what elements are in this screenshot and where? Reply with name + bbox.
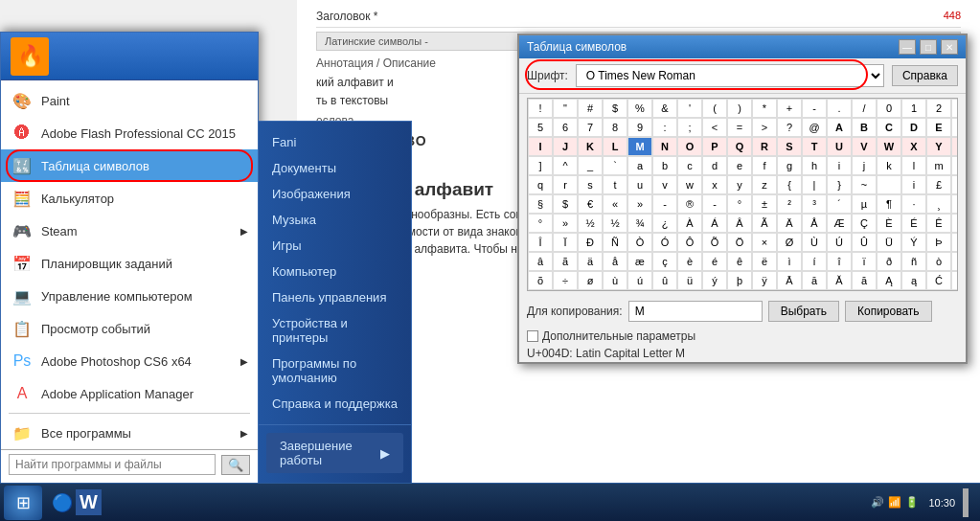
char-cell[interactable]: ý [702, 271, 727, 290]
char-cell[interactable]: Ö [727, 233, 752, 252]
char-cell[interactable]: $ [553, 194, 578, 214]
char-cell[interactable]: Ê [926, 214, 951, 233]
char-cell[interactable]: µ [852, 194, 877, 214]
char-cell[interactable]: X [901, 137, 926, 156]
char-cell[interactable]: ï [852, 252, 877, 271]
char-cell[interactable]: æ [627, 252, 652, 271]
char-cell[interactable]: < [702, 118, 727, 137]
char-cell[interactable]: W [877, 137, 901, 156]
char-cell[interactable]: L [603, 137, 627, 156]
menu-item-flash[interactable]: 🅐 Adobe Flash Professional CC 2015 [1, 117, 258, 149]
char-cell[interactable]: € [578, 194, 603, 214]
char-cell[interactable]: £ [926, 175, 951, 194]
menu-item-adobe-mgr[interactable]: A Adobe Application Manager [1, 377, 258, 410]
char-cell[interactable]: Þ [926, 233, 951, 252]
char-cell[interactable]: ~ [852, 175, 877, 194]
char-cell[interactable]: õ [528, 271, 553, 290]
char-cell[interactable]: Q [727, 137, 752, 156]
char-cell[interactable]: K [578, 137, 603, 156]
char-cell[interactable]: û [652, 271, 677, 290]
char-cell[interactable]: î [827, 252, 852, 271]
char-cell[interactable]: Ç [852, 214, 877, 233]
copy-button[interactable]: Копировать [845, 301, 932, 322]
char-cell[interactable]: Ð [578, 233, 603, 252]
char-cell[interactable]: N [652, 137, 677, 156]
char-cell[interactable]: ¹ [951, 194, 958, 214]
char-cell[interactable]: } [827, 175, 852, 194]
char-cell[interactable]: D [901, 118, 926, 137]
char-cell[interactable]: c [677, 156, 702, 175]
char-cell[interactable]: ê [727, 252, 752, 271]
char-cell[interactable]: k [877, 156, 901, 175]
char-cell[interactable]: m [926, 156, 951, 175]
char-cell[interactable]: Ý [901, 233, 926, 252]
char-cell[interactable]: ÿ [752, 271, 777, 290]
char-cell[interactable]: » [627, 194, 652, 214]
maximize-button[interactable]: □ [920, 39, 937, 55]
char-cell[interactable]: # [578, 99, 603, 118]
char-cell[interactable]: O [677, 137, 702, 156]
char-cell[interactable]: x [702, 175, 727, 194]
char-cell[interactable]: ì [777, 252, 802, 271]
char-cell[interactable]: r [553, 175, 578, 194]
char-cell[interactable]: / [852, 99, 877, 118]
char-cell[interactable]: g [777, 156, 802, 175]
char-cell[interactable]: ć [951, 271, 958, 290]
char-cell[interactable]: " [553, 99, 578, 118]
char-cell[interactable]: ` [603, 156, 627, 175]
char-cell[interactable]: ã [553, 252, 578, 271]
char-cell[interactable]: ( [702, 99, 727, 118]
char-cell[interactable]: Ë [951, 214, 958, 233]
char-cell[interactable]: Ú [827, 233, 852, 252]
menu-item-computer-management[interactable]: 💻 Управление компьютером [1, 280, 258, 312]
char-cell[interactable]: ø [578, 271, 603, 290]
char-cell[interactable]: % [627, 99, 652, 118]
char-cell[interactable]: t [603, 175, 627, 194]
char-cell[interactable]: þ [727, 271, 752, 290]
char-cell[interactable]: ¿ [652, 214, 677, 233]
char-cell[interactable]: . [827, 99, 852, 118]
char-cell[interactable]: Ä [777, 214, 802, 233]
right-item-fani[interactable]: Fani [259, 129, 411, 155]
char-cell[interactable]: a [627, 156, 652, 175]
right-item-control-panel[interactable]: Панель управления [259, 284, 411, 310]
char-cell[interactable]: ñ [901, 252, 926, 271]
menu-item-scheduler[interactable]: 📅 Планировщик заданий [1, 247, 258, 280]
char-cell[interactable]: ą [901, 271, 926, 290]
search-input[interactable] [9, 454, 216, 475]
char-cell[interactable]: ü [677, 271, 702, 290]
char-cell[interactable]: F [951, 118, 958, 137]
char-cell[interactable]: _ [578, 156, 603, 175]
char-cell[interactable]: e [727, 156, 752, 175]
char-cell[interactable]: Å [802, 214, 827, 233]
char-cell[interactable]: Ã [752, 214, 777, 233]
char-cell[interactable]: j [852, 156, 877, 175]
char-cell[interactable]: Y [926, 137, 951, 156]
char-cell[interactable]: § [528, 194, 553, 214]
char-cell[interactable]: ) [727, 99, 752, 118]
char-cell[interactable]: q [528, 175, 553, 194]
char-cell[interactable]: ½ [603, 214, 627, 233]
char-cell[interactable]: - [802, 99, 827, 118]
right-item-devices[interactable]: Устройства и принтеры [259, 310, 411, 351]
char-cell[interactable]: - [702, 194, 727, 214]
char-cell[interactable]: | [802, 175, 827, 194]
menu-item-charmap[interactable]: 🔣 Таблица символов [1, 149, 258, 182]
char-cell[interactable]: ? [777, 118, 802, 137]
char-cell[interactable]: è [677, 252, 702, 271]
char-cell[interactable]: ½ [578, 214, 603, 233]
char-cell[interactable]: Á [702, 214, 727, 233]
right-item-shutdown[interactable]: Завершение работы ▶ [266, 433, 403, 473]
char-cell[interactable]: A [827, 118, 852, 137]
char-cell[interactable]: ú [627, 271, 652, 290]
char-cell[interactable]: 3 [951, 99, 958, 118]
char-cell[interactable]: ç [652, 252, 677, 271]
char-cell[interactable]: Ó [652, 233, 677, 252]
char-cell[interactable]: + [777, 99, 802, 118]
char-cell[interactable]: Â [727, 214, 752, 233]
char-cell[interactable]: b [652, 156, 677, 175]
char-cell[interactable]: i [827, 156, 852, 175]
char-cell[interactable]: E [926, 118, 951, 137]
char-cell[interactable]: s [578, 175, 603, 194]
char-cell[interactable]: w [677, 175, 702, 194]
